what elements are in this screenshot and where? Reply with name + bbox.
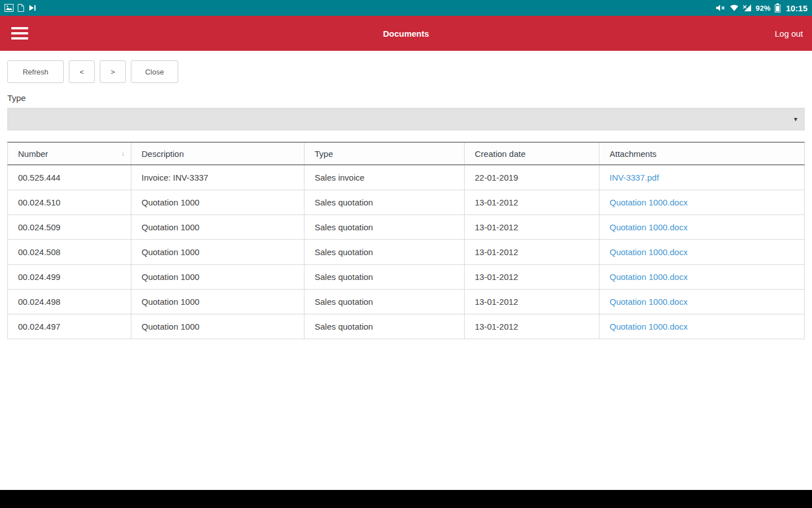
cell-type: Sales quotation <box>304 289 465 314</box>
cell-type: Sales quotation <box>304 314 465 339</box>
cell-description: Quotation 1000 <box>131 314 304 339</box>
cell-description: Invoice: INV-3337 <box>131 165 304 190</box>
cell-number: 00.525.444 <box>8 165 131 190</box>
close-button[interactable]: Close <box>131 60 178 83</box>
wifi-icon <box>730 5 739 11</box>
col-header-creation-date[interactable]: Creation date <box>465 142 599 165</box>
cell-creation-date: 13-01-2012 <box>465 239 599 264</box>
attachment-link[interactable]: Quotation 1000.docx <box>610 297 687 306</box>
battery-percent: 92% <box>756 4 771 12</box>
documents-table: Number ↓ Description Type Creation date … <box>7 142 805 339</box>
table-row: 00.024.499 Quotation 1000 Sales quotatio… <box>8 264 805 289</box>
cell-description: Quotation 1000 <box>131 214 304 239</box>
cell-description: Quotation 1000 <box>131 239 304 264</box>
cell-number: 00.024.509 <box>8 214 131 239</box>
col-header-label: Number <box>18 149 48 159</box>
col-header-attachments[interactable]: Attachments <box>599 142 805 165</box>
sort-icon[interactable]: ↓ <box>121 150 125 157</box>
table-row: 00.024.509 Quotation 1000 Sales quotatio… <box>8 214 805 239</box>
table-row: 00.024.510 Quotation 1000 Sales quotatio… <box>8 190 805 214</box>
gallery-icon <box>5 4 14 12</box>
cell-attachments: Quotation 1000.docx <box>599 314 805 339</box>
cell-creation-date: 13-01-2012 <box>465 264 599 289</box>
cell-description: Quotation 1000 <box>131 264 304 289</box>
cell-number: 00.024.510 <box>8 190 131 214</box>
cell-type: Sales quotation <box>304 264 465 289</box>
cell-creation-date: 13-01-2012 <box>465 314 599 339</box>
cell-type: Sales quotation <box>304 239 465 264</box>
table-row: 00.024.498 Quotation 1000 Sales quotatio… <box>8 289 805 314</box>
cell-creation-date: 22-01-2019 <box>465 165 599 190</box>
cell-description: Quotation 1000 <box>131 289 304 314</box>
table-row: 00.525.444 Invoice: INV-3337 Sales invoi… <box>8 165 805 190</box>
cell-number: 00.024.499 <box>8 264 131 289</box>
attachment-link[interactable]: Quotation 1000.docx <box>610 322 687 331</box>
play-icon <box>28 4 36 12</box>
menu-button[interactable] <box>8 24 32 43</box>
type-filter-select[interactable]: ▾ <box>7 108 805 130</box>
cell-attachments: INV-3337.pdf <box>599 165 805 190</box>
cell-type: Sales quotation <box>304 190 465 214</box>
cell-type: Sales quotation <box>304 214 465 239</box>
attachment-link[interactable]: Quotation 1000.docx <box>610 247 687 257</box>
cell-attachments: Quotation 1000.docx <box>599 264 805 289</box>
cell-attachments: Quotation 1000.docx <box>599 239 805 264</box>
cell-number: 00.024.497 <box>8 314 131 339</box>
type-filter-label: Type <box>7 93 805 103</box>
cell-attachments: Quotation 1000.docx <box>599 190 805 214</box>
page-title: Documents <box>383 29 429 38</box>
app-bar: Documents Log out <box>0 16 812 51</box>
dropdown-arrow-icon: ▾ <box>794 115 797 123</box>
refresh-button[interactable]: Refresh <box>7 60 64 83</box>
col-header-number[interactable]: Number ↓ <box>8 142 131 165</box>
android-nav-bar <box>0 490 812 508</box>
cell-creation-date: 13-01-2012 <box>465 190 599 214</box>
table-row: 00.024.508 Quotation 1000 Sales quotatio… <box>8 239 805 264</box>
cell-creation-date: 13-01-2012 <box>465 289 599 314</box>
screenshot-icon <box>17 4 24 12</box>
attachment-link[interactable]: Quotation 1000.docx <box>610 198 687 207</box>
prev-page-button[interactable]: < <box>69 60 95 83</box>
cell-attachments: Quotation 1000.docx <box>599 289 805 314</box>
content-area: Refresh < > Close Type ▾ Number ↓ Descri… <box>0 51 812 490</box>
attachment-link[interactable]: INV-3337.pdf <box>610 173 659 182</box>
cell-type: Sales invoice <box>304 165 465 190</box>
mute-icon <box>716 4 726 12</box>
cell-attachments: Quotation 1000.docx <box>599 214 805 239</box>
table-header-row: Number ↓ Description Type Creation date … <box>8 142 805 165</box>
battery-icon <box>775 3 780 12</box>
no-signal-icon <box>743 5 752 11</box>
cell-creation-date: 13-01-2012 <box>465 214 599 239</box>
status-bar: 92% 10:15 <box>0 0 812 16</box>
cell-description: Quotation 1000 <box>131 190 304 214</box>
col-header-description[interactable]: Description <box>131 142 304 165</box>
table-row: 00.024.497 Quotation 1000 Sales quotatio… <box>8 314 805 339</box>
toolbar: Refresh < > Close <box>7 60 805 83</box>
cell-number: 00.024.508 <box>8 239 131 264</box>
logout-button[interactable]: Log out <box>775 29 803 38</box>
next-page-button[interactable]: > <box>100 60 126 83</box>
col-header-type[interactable]: Type <box>304 142 465 165</box>
screen: 92% 10:15 Documents Log out Refresh < > … <box>0 0 812 508</box>
attachment-link[interactable]: Quotation 1000.docx <box>610 222 687 232</box>
clock: 10:15 <box>786 3 807 13</box>
cell-number: 00.024.498 <box>8 289 131 314</box>
attachment-link[interactable]: Quotation 1000.docx <box>610 272 687 282</box>
